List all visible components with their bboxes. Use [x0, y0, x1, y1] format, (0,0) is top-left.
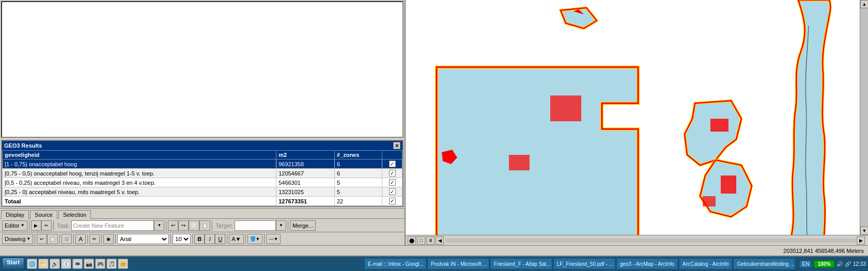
draw-sep11	[264, 234, 265, 244]
taskbar-icon-1[interactable]: 🌐	[27, 259, 37, 269]
line-color-btn[interactable]: —▼	[266, 234, 281, 244]
taskbar-app-1[interactable]: Postvak IN - Microsoft ...	[427, 258, 489, 269]
tab-source[interactable]: Source	[30, 210, 57, 219]
taskbar-app-0[interactable]: E-mail :: Inbox - Googl...	[364, 258, 426, 269]
row-checkbox[interactable]	[389, 161, 396, 167]
drawing-label: Drawing	[5, 236, 25, 242]
map-btn-square[interactable]: □	[417, 236, 425, 245]
taskbar-icon-5[interactable]: 💻	[72, 259, 83, 269]
rect-btn[interactable]: □	[61, 234, 72, 244]
draw-btn1[interactable]: ↩	[37, 234, 47, 244]
network-icon: 🔗	[845, 261, 851, 267]
taskbar-icon-9[interactable]: 😊	[118, 259, 128, 269]
col-header-check	[382, 151, 402, 160]
map-btn-pause[interactable]: ⏸	[426, 236, 435, 245]
col-header-gevoeligheid: gevoeligheid	[3, 151, 276, 160]
geo3-dialog: GEO3 Results ✕ gevoeligheid m2 #_zones […	[1, 140, 404, 207]
cell-m2: 12054667	[276, 169, 335, 178]
taskbar: Start 🌐 📁 🔊 📧 💻 📷 🎮 🎵 😊 E-mail :: Inbox …	[0, 256, 868, 271]
taskbar-app-5[interactable]: ArcCatalog - ArcInfo	[679, 258, 732, 269]
col-header-zones: #_zones	[334, 151, 382, 160]
cell-checkbox	[382, 160, 402, 169]
cell-zones: 5	[334, 187, 382, 197]
task-input[interactable]	[71, 220, 154, 231]
row-checkbox[interactable]	[389, 198, 396, 204]
font-size-select[interactable]: 10	[173, 234, 191, 244]
merge-btn[interactable]: Merge...	[290, 220, 316, 231]
cell-checkbox	[382, 197, 402, 206]
draw-tool-btn[interactable]: ✏	[89, 234, 100, 244]
sketch-tool-button[interactable]: ▶	[31, 220, 41, 231]
row-checkbox[interactable]	[389, 188, 396, 195]
start-button[interactable]: Start	[2, 258, 24, 270]
undo-btn[interactable]: ↩	[168, 220, 178, 231]
target-label: Target:	[215, 222, 233, 229]
map-scrollbar-right: ▲ ▼	[860, 0, 868, 235]
map-btn-left[interactable]: ◀	[436, 236, 444, 245]
italic-btn[interactable]: I	[205, 234, 215, 244]
cell-zones: 5	[334, 178, 382, 187]
cell-gevoeligheid: [1 - 0,75) onacceptabel hoog	[3, 160, 276, 169]
taskbar-app-6[interactable]: Gebruikershandleiding ...	[733, 258, 795, 269]
geo3-close-button[interactable]: ✕	[393, 142, 400, 149]
drawing-button[interactable]: Drawing ▼	[2, 234, 33, 244]
taskbar-apps: E-mail :: Inbox - Googl...Postvak IN - M…	[364, 258, 796, 269]
map-scroll-up[interactable]: ▲	[860, 0, 868, 8]
target-dropdown-btn[interactable]: ▼	[276, 220, 286, 231]
bold-btn[interactable]: B	[194, 234, 205, 244]
col-header-m2: m2	[276, 151, 335, 160]
taskbar-app-4[interactable]: geo3 - ArcMap - ArcInfo	[616, 258, 678, 269]
fill-color-btn[interactable]: 🪣▼	[247, 234, 263, 244]
underline-btn[interactable]: U	[215, 234, 225, 244]
font-color-btn[interactable]: A	[75, 234, 86, 244]
map-scroll-down[interactable]: ▼	[860, 227, 868, 235]
tab-selection[interactable]: Selection	[58, 210, 91, 219]
map-scrollbar-h-track[interactable]	[446, 238, 856, 243]
map-scroll-track[interactable]	[860, 8, 868, 227]
row-checkbox[interactable]	[389, 179, 396, 186]
taskbar-icon-2[interactable]: 📁	[38, 259, 49, 269]
redo-btn[interactable]: ↪	[178, 220, 189, 231]
drawing-dropdown-icon: ▼	[26, 236, 30, 241]
main-container: GEO3 Results ✕ gevoeligheid m2 #_zones […	[0, 0, 868, 271]
task-dropdown-btn[interactable]: ▼	[154, 220, 164, 231]
table-row: Totaal12767335122	[3, 197, 402, 206]
font-color2-btn[interactable]: A▼	[229, 234, 243, 244]
coordinates-display: 203512,841 456548,496 Meters	[783, 248, 864, 254]
cell-gevoeligheid: Totaal	[3, 197, 276, 206]
draw-btn2[interactable]: 📋	[47, 234, 58, 244]
editor-label: Editor	[5, 222, 20, 229]
cell-zones: 22	[334, 197, 382, 206]
svg-marker-1	[437, 67, 638, 237]
attr-btn[interactable]: 📋	[199, 220, 210, 231]
edit-tool-button[interactable]: ✏	[41, 220, 52, 231]
taskbar-icon-4[interactable]: 📧	[61, 259, 71, 269]
lang-button[interactable]: EN	[799, 260, 812, 268]
map-btn-circle[interactable]: ⬤	[408, 236, 416, 245]
taskbar-icon-3[interactable]: 🔊	[50, 259, 60, 269]
taskbar-icon-8[interactable]: 🎵	[106, 259, 117, 269]
row-checkbox[interactable]	[389, 170, 396, 177]
font-select[interactable]: Arial	[117, 234, 169, 244]
sep5	[288, 220, 288, 231]
cell-checkbox	[382, 187, 402, 197]
white-area	[1, 1, 404, 138]
svg-rect-3	[550, 95, 581, 121]
svg-rect-14	[703, 196, 716, 206]
map-btn-right[interactable]: ▶	[857, 236, 865, 245]
svg-rect-13	[721, 176, 736, 194]
editor-button[interactable]: Editor ▼	[2, 220, 27, 231]
taskbar-app-3[interactable]: LF_Friesland_50.pdf - ...	[553, 258, 615, 269]
marker-btn[interactable]: ◉	[103, 234, 114, 244]
map-area[interactable]: ⬤ □ ⏸ ◀ ▶ ▲ ▼	[406, 0, 868, 245]
task-label: Task:	[57, 222, 70, 229]
sketch-btn[interactable]: ⬜	[189, 220, 199, 231]
taskbar-app-2[interactable]: Friesland_F - Altap Sal...	[490, 258, 552, 269]
target-input[interactable]	[235, 220, 276, 231]
tab-display[interactable]: Display	[1, 210, 29, 219]
sep4	[212, 220, 212, 231]
taskbar-icon-6[interactable]: 📷	[84, 259, 94, 269]
taskbar-icon-7[interactable]: 🎮	[95, 259, 105, 269]
cell-gevoeligheid: [0,75 - 0,5) onacceptabel hoog, tenzij m…	[3, 169, 276, 178]
zoom-button[interactable]: 100%	[814, 260, 834, 268]
